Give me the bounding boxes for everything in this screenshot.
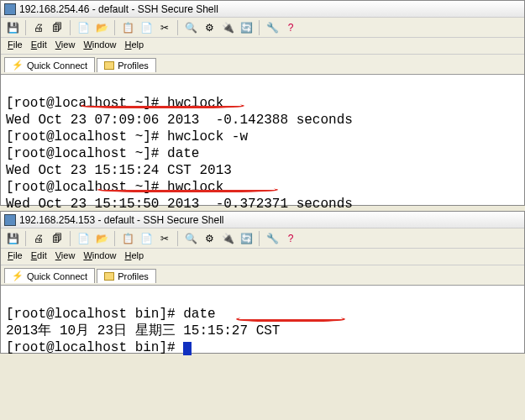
copy-icon[interactable]: 📋 — [119, 230, 136, 247]
tab-quick-connect[interactable]: Quick Connect — [4, 57, 95, 72]
find-icon[interactable]: 🔍 — [182, 19, 199, 36]
separator — [25, 20, 26, 35]
refresh-icon[interactable]: 🔄 — [238, 230, 255, 247]
find-icon[interactable]: 🔍 — [182, 230, 199, 247]
term-line: [root@localhost ~]# date — [6, 146, 199, 161]
save-icon[interactable]: 💾 — [4, 19, 21, 36]
term-line: [root@localhost ~]# hwclock -w — [6, 129, 248, 144]
toolbar-2: 💾 🖨 🗐 📄 📂 📋 📄 ✂ 🔍 ⚙ 🔌 🔄 🔧 ? — [1, 228, 524, 249]
separator — [177, 20, 178, 35]
ssh-window-2: 192.168.254.153 - default - SSH Secure S… — [0, 211, 525, 354]
refresh-icon[interactable]: 🔄 — [238, 19, 255, 36]
cut-icon[interactable]: ✂ — [156, 230, 173, 247]
term-line: [root@localhost bin]# — [6, 340, 192, 355]
toolbar-1: 💾 🖨 🗐 📄 📂 📋 📄 ✂ 🔍 ⚙ 🔌 🔄 🔧 ? — [1, 18, 524, 38]
help-icon[interactable]: ? — [282, 230, 299, 247]
window-title: 192.168.254.153 - default - SSH Secure S… — [19, 214, 224, 226]
separator — [259, 231, 260, 246]
menu-edit[interactable]: Edit — [31, 250, 47, 263]
help-icon[interactable]: ? — [282, 19, 299, 36]
annotation-underline — [81, 103, 244, 108]
window-title: 192.168.254.46 - default - SSH Secure Sh… — [19, 3, 218, 15]
tabbar-2: Quick Connect Profiles — [1, 265, 524, 286]
separator — [259, 20, 260, 35]
tab-label: Profiles — [118, 271, 149, 281]
tabbar-1: Quick Connect Profiles — [1, 55, 524, 75]
menu-window[interactable]: Window — [83, 250, 116, 263]
term-line: Wed Oct 23 07:09:06 2013 -0.142388 secon… — [6, 113, 353, 128]
tab-label: Quick Connect — [27, 60, 87, 71]
tab-quick-connect[interactable]: Quick Connect — [4, 268, 95, 283]
disconnect-icon[interactable]: 🔌 — [219, 19, 236, 36]
titlebar-2: 192.168.254.153 - default - SSH Secure S… — [1, 212, 524, 228]
terminal-2[interactable]: [root@localhost bin]# date 2013年 10月 23日… — [1, 286, 524, 353]
separator — [114, 231, 115, 246]
menu-help[interactable]: Help — [125, 39, 144, 52]
disconnect-icon[interactable]: 🔌 — [219, 230, 236, 247]
tab-profiles[interactable]: Profiles — [97, 58, 156, 72]
menu-file[interactable]: File — [8, 39, 23, 52]
menu-edit[interactable]: Edit — [31, 39, 47, 52]
term-line: 2013年 10月 23日 星期三 15:15:27 CST — [6, 323, 280, 339]
annotation-underline — [236, 317, 345, 322]
term-line: [root@localhost bin]# date — [6, 307, 216, 322]
paste-icon[interactable]: 📄 — [138, 230, 155, 247]
ssh-window-1: 192.168.254.46 - default - SSH Secure Sh… — [0, 0, 525, 206]
separator — [70, 20, 71, 35]
app-icon — [4, 3, 16, 15]
separator — [114, 20, 115, 35]
term-line: Wed Oct 23 15:15:50 2013 -0.372371 secon… — [6, 197, 353, 212]
menu-help[interactable]: Help — [125, 250, 144, 263]
tab-label: Profiles — [118, 60, 149, 71]
separator — [177, 231, 178, 246]
tab-label: Quick Connect — [27, 271, 87, 281]
open-icon[interactable]: 📂 — [93, 230, 110, 247]
lightning-icon — [12, 270, 24, 281]
term-line: Wed Oct 23 15:15:24 CST 2013 — [6, 163, 232, 178]
cut-icon[interactable]: ✂ — [156, 19, 173, 36]
settings-icon[interactable]: ⚙ — [201, 230, 218, 247]
print-preview-icon[interactable]: 🗐 — [49, 230, 66, 247]
folder-icon — [104, 61, 114, 70]
menu-window[interactable]: Window — [83, 39, 116, 52]
titlebar-1: 192.168.254.46 - default - SSH Secure Sh… — [1, 1, 524, 18]
menu-view[interactable]: View — [55, 250, 76, 263]
menubar-2: File Edit View Window Help — [1, 249, 524, 265]
folder-icon — [104, 272, 114, 281]
tools-icon[interactable]: 🔧 — [264, 19, 281, 36]
lightning-icon — [12, 60, 24, 71]
terminal-1[interactable]: [root@localhost ~]# hwclock Wed Oct 23 0… — [1, 75, 524, 205]
new-icon[interactable]: 📄 — [75, 230, 92, 247]
copy-icon[interactable]: 📋 — [119, 19, 136, 36]
separator — [70, 231, 71, 246]
menubar-1: File Edit View Window Help — [1, 38, 524, 55]
tab-profiles[interactable]: Profiles — [97, 269, 156, 283]
annotation-underline — [97, 187, 278, 192]
new-icon[interactable]: 📄 — [75, 19, 92, 36]
settings-icon[interactable]: ⚙ — [201, 19, 218, 36]
tools-icon[interactable]: 🔧 — [264, 230, 281, 247]
print-preview-icon[interactable]: 🗐 — [49, 19, 66, 36]
menu-view[interactable]: View — [55, 39, 76, 52]
open-icon[interactable]: 📂 — [93, 19, 110, 36]
cursor — [183, 342, 192, 355]
print-icon[interactable]: 🖨 — [30, 19, 47, 36]
paste-icon[interactable]: 📄 — [138, 19, 155, 36]
